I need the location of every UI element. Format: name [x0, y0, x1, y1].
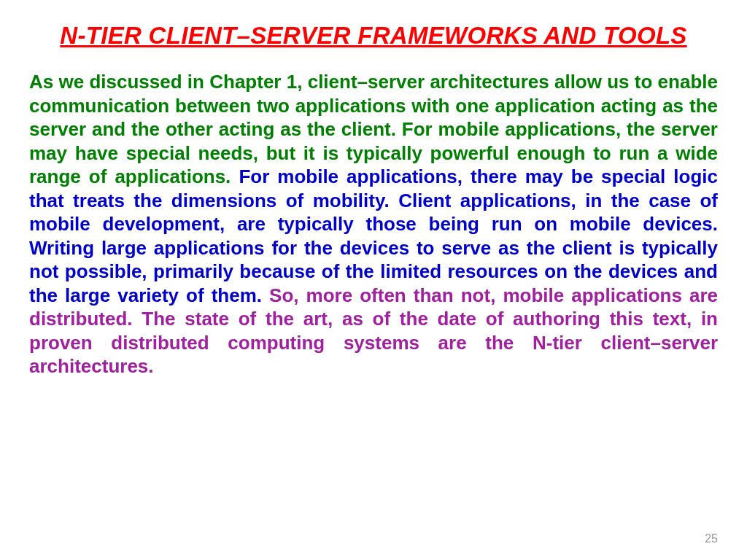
body-paragraph: As we discussed in Chapter 1, client–ser…: [29, 70, 718, 378]
slide-title: N-TIER CLIENT–SERVER FRAMEWORKS AND TOOL…: [29, 22, 718, 50]
page-number: 25: [705, 532, 718, 545]
